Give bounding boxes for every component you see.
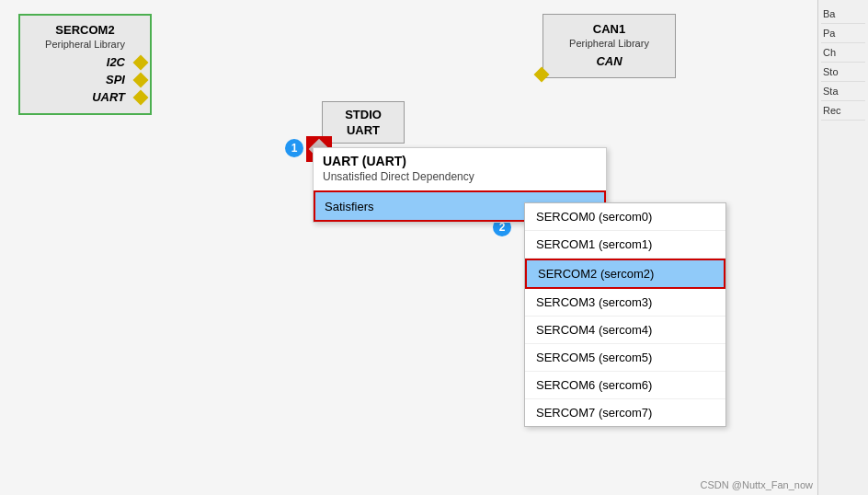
dropdown-item-7[interactable]: SERCOM7 (sercom7): [525, 399, 725, 426]
satisfiers-label: Satisfiers: [325, 200, 373, 213]
sidebar-item-pa: Pa: [821, 24, 865, 43]
can1-title: CAN1: [553, 22, 666, 36]
sercom2-spi-label: SPI: [106, 73, 125, 86]
tooltip-title: UART (UART): [323, 154, 597, 168]
can1-block[interactable]: CAN1 Peripheral Library CAN: [542, 14, 676, 78]
dropdown-item-2[interactable]: SERCOM2 (sercom2): [525, 259, 725, 289]
sercom2-title: SERCOM2: [29, 23, 141, 37]
tooltip-subtitle: Unsatisfied Direct Dependency: [323, 170, 597, 183]
tooltip-header: UART (UART) Unsatisfied Direct Dependenc…: [314, 148, 606, 185]
right-sidebar: Ba Pa Ch Sto Sta Rec: [817, 0, 868, 495]
sercom2-spi-diamond: [133, 72, 149, 87]
sidebar-item-rec: Rec: [821, 101, 865, 121]
sercom2-block[interactable]: SERCOM2 Peripheral Library I2C SPI UART: [18, 14, 152, 115]
stdio-title: STDIO: [330, 108, 396, 121]
dropdown-item-6[interactable]: SERCOM6 (sercom6): [525, 372, 725, 399]
sercom2-i2c-row: I2C: [29, 55, 141, 69]
sercom2-items: I2C SPI UART: [29, 55, 141, 104]
dropdown-item-0[interactable]: SERCOM0 (sercom0): [525, 203, 725, 231]
sercom2-i2c-label: I2C: [107, 55, 125, 69]
sidebar-item-ch: Ch: [821, 43, 865, 63]
sercom2-uart-diamond: [133, 89, 149, 105]
dropdown-item-1[interactable]: SERCOM1 (sercom1): [525, 231, 725, 259]
sercom2-spi-row: SPI: [29, 73, 141, 86]
stdio-uart-label: UART: [330, 123, 396, 137]
can1-subtitle: Peripheral Library: [553, 38, 666, 49]
sidebar-item-sta: Sta: [821, 82, 865, 101]
canvas: SERCOM2 Peripheral Library I2C SPI UART …: [0, 0, 868, 495]
can1-item-label: CAN: [553, 54, 666, 68]
stdio-block[interactable]: STDIO UART: [322, 101, 405, 144]
dropdown-item-5[interactable]: SERCOM5 (sercom5): [525, 344, 725, 372]
sercom2-uart-row: UART: [29, 90, 141, 104]
sidebar-item-ba: Ba: [821, 5, 865, 24]
step1-badge: 1: [285, 139, 303, 157]
sercom2-subtitle: Peripheral Library: [29, 39, 141, 50]
dropdown-list[interactable]: SERCOM0 (sercom0)SERCOM1 (sercom1)SERCOM…: [524, 202, 726, 427]
watermark: CSDN @Nuttx_Fan_now: [701, 479, 813, 490]
sercom2-uart-label: UART: [92, 90, 125, 104]
dropdown-item-3[interactable]: SERCOM3 (sercom3): [525, 289, 725, 317]
sidebar-item-sto: Sto: [821, 63, 865, 82]
dropdown-item-4[interactable]: SERCOM4 (sercom4): [525, 317, 725, 344]
sercom2-i2c-diamond: [133, 54, 149, 70]
